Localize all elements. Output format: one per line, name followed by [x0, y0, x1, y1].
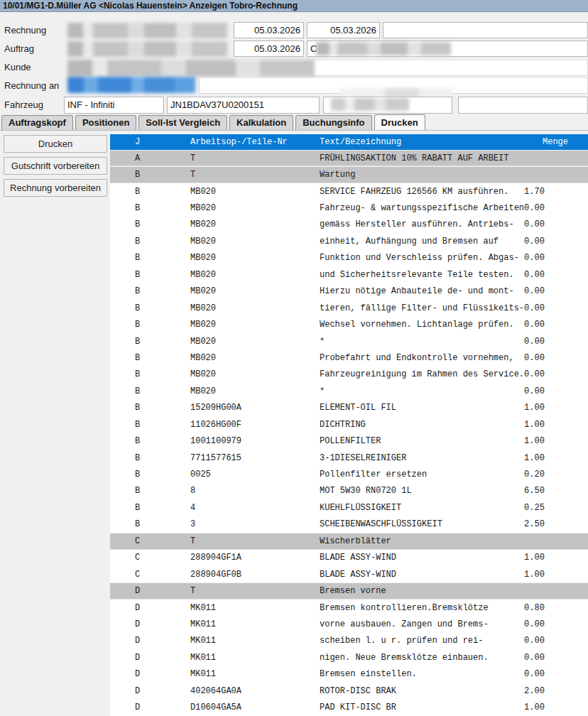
positions-table: J Arbeitsop-/Teile-Nr Text/Bezeichnung M…	[110, 134, 588, 716]
column-header-qty: Menge	[524, 137, 588, 147]
table-row[interactable]: B3SCHEIBENWASCHFLÜSSIGKEIT2.50	[110, 516, 588, 533]
table-row[interactable]: BMB020Fahrzeugreinigung im Rahmen des Se…	[110, 367, 588, 383]
table-row[interactable]: BMB020und Sicherheitsrelevante Teile tes…	[110, 266, 588, 283]
row-text: Bremsen vorne	[320, 586, 524, 596]
fahrzeug-label: Fahrzeug	[4, 99, 43, 110]
rechnung-date2-field[interactable]: 05.03.2026	[307, 22, 380, 38]
row-part-nr: 3	[190, 519, 320, 529]
fahrzeug-plate-redacted	[331, 98, 409, 111]
row-text: einheit, Aufhängung und Bremsen auf	[320, 237, 524, 246]
row-qty: 0.80	[524, 603, 588, 613]
table-row[interactable]: BMB020gemäss Hersteller ausführen. Antri…	[110, 217, 588, 233]
row-j: B	[110, 503, 190, 513]
row-text: nigen. Neue Bremsklötze einbauen.	[320, 653, 524, 663]
tab-kalkulation[interactable]: Kalkulation	[229, 115, 293, 130]
tab-soll-ist-vergleich[interactable]: Soll-Ist Vergleich	[138, 115, 227, 130]
row-qty: 1.00	[524, 570, 588, 580]
table-row[interactable]: D402064GA0AROTOR-DISC BRAK2.00	[110, 683, 588, 699]
row-part-nr: MB020	[190, 237, 320, 246]
table-section-row[interactable]: CTWischerblätter	[110, 533, 588, 549]
row-j: C	[110, 553, 190, 563]
row-qty: 2.00	[524, 686, 588, 696]
table-row[interactable]: C288904GF1ABLADE ASSY-WIND1.00	[110, 550, 588, 566]
kunde-label: Kunde	[4, 62, 31, 72]
row-qty: 0.00	[524, 337, 588, 347]
row-part-nr: MB020	[190, 337, 320, 347]
row-j: B	[110, 219, 190, 229]
tab-positionen[interactable]: Positionen	[75, 115, 136, 130]
table-row[interactable]: DMK011vorne ausbauen. Zangen und Brems-0…	[110, 616, 588, 632]
table-row[interactable]: BMB020einheit, Aufhängung und Bremsen au…	[110, 233, 588, 249]
row-text: Fahrzeugreinigung im Rahmen des Service.	[320, 369, 524, 379]
table-row[interactable]: B1001100979POLLENFILTER1.00	[110, 433, 588, 449]
row-qty: 2.50	[524, 519, 588, 529]
row-text: Wartung	[320, 170, 524, 180]
table-row[interactable]: BMB020Funktion und Verschleiss prüfen. A…	[110, 250, 588, 266]
drucken-button[interactable]: Drucken	[4, 135, 107, 153]
table-row[interactable]: B77115776153-1DIESELREINIGER1.00	[110, 450, 588, 466]
fahrzeug-vin-field[interactable]: JN1BDAV37U0200151	[167, 97, 320, 114]
table-row[interactable]: BMB020Fahrzeug- & wartungsspezifische Ar…	[110, 200, 588, 216]
row-part-nr: 8	[190, 486, 320, 496]
row-qty: 0.00	[524, 619, 588, 629]
row-part-nr: MB020	[190, 253, 320, 263]
fahrzeug-extra-field[interactable]	[458, 97, 588, 114]
table-section-row[interactable]: DTBremsen vorne	[110, 582, 588, 599]
table-row[interactable]: B0025Pollenfilter ersetzen0.20	[110, 466, 588, 482]
row-text: KUEHLFLÜSSIGKEIT	[320, 503, 524, 513]
row-j: D	[110, 669, 190, 679]
row-text: PAD KIT-DISC BR	[320, 703, 524, 712]
table-row[interactable]: C288904GF0BBLADE ASSY-WIND1.00	[110, 566, 588, 582]
row-text: BLADE ASSY-WIND	[320, 570, 524, 580]
row-j: B	[110, 320, 190, 330]
table-row[interactable]: B15209HG00AELEMENT-OIL FIL1.00	[110, 400, 588, 416]
row-part-nr: MK011	[190, 619, 320, 629]
row-qty: 1.70	[524, 187, 588, 197]
action-panel: DruckenGutschrift vorbereitenRechnung vo…	[0, 131, 110, 716]
table-row[interactable]: DD10604GA5APAD KIT-DISC BR1.00	[110, 699, 588, 715]
row-j: B	[110, 270, 190, 280]
row-qty: 0.00	[524, 253, 588, 263]
row-j: B	[110, 170, 190, 180]
row-text: Wechsel vornehmen. Lichtanlage prüfen.	[320, 320, 524, 330]
row-qty: 0.00	[524, 270, 588, 280]
table-section-row[interactable]: ATFRÜHLINGSAKTION 10% RABATT AUF ARBEIT	[110, 150, 588, 166]
table-row[interactable]: B11026HG00FDICHTRING1.00	[110, 416, 588, 433]
auftrag-number-redacted	[67, 41, 227, 57]
table-row[interactable]: BMB020Probefahrt und Endkontrolle vorneh…	[110, 349, 588, 366]
table-row[interactable]: B4KUEHLFLÜSSIGKEIT0.25	[110, 499, 588, 516]
gutschrift-vorbereiten-button[interactable]: Gutschrift vorbereiten	[4, 157, 107, 175]
table-row[interactable]: DMK011Bremsen kontrollieren.Bremsklötze0…	[110, 600, 588, 616]
table-row[interactable]: BMB020*0.00	[110, 383, 588, 399]
table-row[interactable]: BMB020tieren, fällige Filter- und Flüssi…	[110, 300, 588, 316]
fahrzeug-make-field[interactable]: INF - Infiniti	[64, 97, 164, 114]
table-row[interactable]: DMK011Bremsen einstellen.0.00	[110, 666, 588, 683]
row-j: D	[110, 686, 190, 696]
row-part-nr: MB020	[190, 270, 320, 280]
table-row[interactable]: DMK011nigen. Neue Bremsklötze einbauen.0…	[110, 649, 588, 666]
rechnung-vorbereiten-button[interactable]: Rechnung vorbereiten	[4, 179, 107, 197]
table-section-row[interactable]: BTWartung	[110, 166, 588, 183]
row-part-nr: MB020	[190, 303, 320, 313]
row-text: scheiben l. u r. prüfen und rei-	[320, 636, 524, 646]
row-qty: 0.00	[524, 636, 588, 646]
rechnung-date-field[interactable]: 05.03.2026	[234, 22, 304, 38]
row-qty: 0.00	[524, 669, 588, 679]
row-qty: 0.00	[524, 237, 588, 246]
tab-auftragskopf[interactable]: Auftragskopf	[1, 115, 73, 130]
row-text: Bremsen kontrollieren.Bremsklötze	[320, 603, 524, 613]
row-j: B	[110, 187, 190, 197]
table-row[interactable]: BMB020Wechsel vornehmen. Lichtanlage prü…	[110, 316, 588, 332]
table-row[interactable]: BMB020*0.00	[110, 333, 588, 349]
auftrag-date-field[interactable]: 05.03.2026	[234, 40, 304, 57]
tab-buchungsinfo[interactable]: Buchungsinfo	[295, 115, 371, 130]
tab-drucken[interactable]: Drucken	[374, 114, 425, 130]
row-qty: 1.00	[524, 453, 588, 463]
table-row[interactable]: BMB020SERVICE FAHRZEUG 126566 KM ausführ…	[110, 183, 588, 200]
table-row[interactable]: DMK011scheiben l. u r. prüfen und rei-0.…	[110, 633, 588, 649]
table-row[interactable]: B8MOT 5W30 RN0720 1L6.50	[110, 483, 588, 499]
table-row[interactable]: BMB020Hierzu nötige Anbauteile de- und m…	[110, 283, 588, 300]
row-part-nr: 402064GA0A	[190, 686, 320, 696]
row-j: D	[110, 619, 190, 629]
rechnung-extra-field[interactable]	[383, 22, 588, 38]
